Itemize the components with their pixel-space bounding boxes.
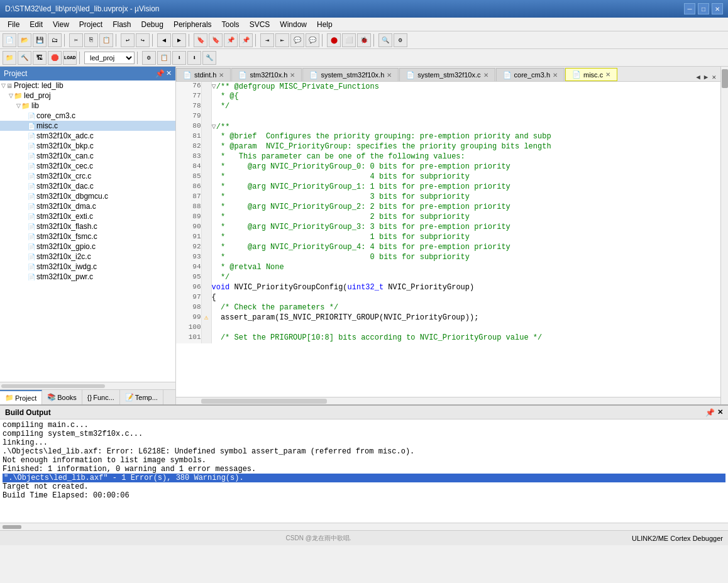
load-btn[interactable]: LOAD <box>63 51 77 65</box>
tree-item-stm32f10x-adc[interactable]: 📄 stm32f10x_adc.c <box>0 131 175 141</box>
bookmark4-btn[interactable]: 📌 <box>239 33 253 47</box>
stdint-tab-close[interactable]: ✕ <box>219 72 224 79</box>
save-all-button[interactable]: 🗂 <box>48 33 62 47</box>
search-btn[interactable]: 🔍 <box>378 33 392 47</box>
line-code[interactable]: * @arg NVIC_PriorityGroup_0: 0 bits for … <box>211 162 720 172</box>
menu-peripherals[interactable]: Peripherals <box>168 19 217 30</box>
line-code[interactable]: * @param NVIC_PriorityGroup: specifies t… <box>211 142 720 152</box>
line-code[interactable]: assert_param(IS_NVIC_PRIORITY_GROUP(NVIC… <box>211 313 720 323</box>
build-h-scroll[interactable] <box>0 523 728 530</box>
line-code[interactable] <box>211 323 720 333</box>
line-code[interactable]: * @brief Configures the priority groupin… <box>211 132 720 142</box>
tree-item-stm32f10x-pwr[interactable]: 📄 stm32f10x_pwr.c <box>0 272 175 282</box>
tree-item-lib[interactable]: ▽ 📁 lib <box>0 101 175 111</box>
tab-funcs[interactable]: {} Func... <box>82 390 120 404</box>
stop-btn[interactable]: ⬜ <box>342 33 356 47</box>
bookmark2-btn[interactable]: 🔖 <box>209 33 223 47</box>
tab-scroll-left[interactable]: ◀ <box>694 73 702 81</box>
project-close-button[interactable]: ✕ <box>166 69 172 78</box>
line-code[interactable]: * @arg NVIC_PriorityGroup_2: 2 bits for … <box>211 203 720 213</box>
menu-project[interactable]: Project <box>74 19 108 30</box>
tree-item-stm32f10x-i2c[interactable]: 📄 stm32f10x_i2c.c <box>0 252 175 262</box>
menu-help[interactable]: Help <box>312 19 338 30</box>
line-code[interactable]: void NVIC_PriorityGroupConfig(uint32_t N… <box>211 283 720 293</box>
run-btn[interactable]: ⬤ <box>327 33 341 47</box>
line-code[interactable]: * @arg NVIC_PriorityGroup_3: 3 bits for … <box>211 223 720 233</box>
bookmark3-btn[interactable]: 📌 <box>224 33 238 47</box>
line-code[interactable]: */ <box>211 273 720 283</box>
tree-item-stm32f10x-bkp[interactable]: 📄 stm32f10x_bkp.c <box>0 141 175 151</box>
build-btn[interactable]: 🔨 <box>18 51 31 65</box>
line-code[interactable]: * @retval None <box>211 263 720 273</box>
tab-system-h[interactable]: 📄 system_stm32f10x.h ✕ <box>302 68 399 81</box>
tab-scroll-right[interactable]: ▶ <box>702 73 710 81</box>
tree-item-stm32f10x-exti[interactable]: 📄 stm32f10x_exti.c <box>0 211 175 221</box>
tree-item-led-proj[interactable]: ▽ 📁 led_proj <box>0 91 175 101</box>
tab-templ[interactable]: 📝 Temp... <box>120 390 163 404</box>
core-cm3-tab-close[interactable]: ✕ <box>553 72 558 79</box>
menu-file[interactable]: File <box>3 19 25 30</box>
code-editor[interactable]: 76▽/** @defgroup MISC_Private_Functions7… <box>176 82 720 397</box>
tree-item-stm32f10x-cec[interactable]: 📄 stm32f10x_cec.c <box>0 161 175 171</box>
indent-btn[interactable]: ⇥ <box>260 33 274 47</box>
line-code[interactable]: * 2 bits for subpriority <box>211 213 720 223</box>
maximize-button[interactable]: □ <box>698 3 709 14</box>
line-code[interactable] <box>211 112 720 122</box>
tree-item-stm32f10x-dbgmcu[interactable]: 📄 stm32f10x_dbgmcu.c <box>0 191 175 201</box>
tree-item-stm32f10x-flash[interactable]: 📄 stm32f10x_flash.c <box>0 221 175 231</box>
debug-btn[interactable]: 🐞 <box>357 33 371 47</box>
system-c-tab-close[interactable]: ✕ <box>483 72 488 79</box>
uncomment-btn[interactable]: 💬 <box>306 33 319 47</box>
menu-svcs[interactable]: SVCS <box>245 19 275 30</box>
line-code[interactable]: * 0 bits for subpriority <box>211 253 720 263</box>
rebuild-btn[interactable]: 🏗 <box>33 51 47 65</box>
new-file-button[interactable]: 📄 <box>3 33 16 47</box>
close-button[interactable]: ✕ <box>712 3 723 14</box>
nav-back-button[interactable]: ◀ <box>157 33 171 47</box>
line-code[interactable]: * @arg NVIC_PriorityGroup_4: 4 bits for … <box>211 243 720 253</box>
stm32f10x-tab-close[interactable]: ✕ <box>290 72 295 79</box>
menu-tools[interactable]: Tools <box>217 19 245 30</box>
line-code[interactable]: /* Check the parameters */ <box>211 303 720 313</box>
line-code[interactable]: * @{ <box>211 92 720 102</box>
tab-core-cm3[interactable]: 📄 core_cm3.h ✕ <box>496 68 565 81</box>
outdent-btn[interactable]: ⇤ <box>275 33 289 47</box>
open-button[interactable]: 📂 <box>18 33 31 47</box>
tab-misc-c[interactable]: 📄 misc.c ✕ <box>565 68 617 81</box>
right-scrollbar[interactable] <box>720 67 728 404</box>
stop-build-btn[interactable]: 🛑 <box>48 51 62 65</box>
tab-stdint[interactable]: 📄 stdint.h ✕ <box>176 68 231 81</box>
tree-item-stm32f10x-can[interactable]: 📄 stm32f10x_can.c <box>0 151 175 161</box>
misc-btn[interactable]: 🔧 <box>202 51 216 65</box>
build-pin-button[interactable]: 📌 <box>705 408 715 417</box>
menu-window[interactable]: Window <box>275 19 312 30</box>
line-code[interactable]: * This parameter can be one of the follo… <box>211 152 720 162</box>
tree-item-stm32f10x-dma[interactable]: 📄 stm32f10x_dma.c <box>0 201 175 211</box>
download-btn[interactable]: ⬇ <box>172 51 186 65</box>
undo-button[interactable]: ↩ <box>121 33 135 47</box>
cut-button[interactable]: ✂ <box>69 33 83 47</box>
tree-item-project-root[interactable]: ▽ 🖥 Project: led_lib <box>0 81 175 91</box>
line-code[interactable]: ▽/** <box>211 122 720 132</box>
system-h-tab-close[interactable]: ✕ <box>387 72 392 79</box>
menu-flash[interactable]: Flash <box>108 19 136 30</box>
manage-btn[interactable]: 📋 <box>157 51 171 65</box>
line-code[interactable]: * 1 bits for subpriority <box>211 233 720 243</box>
tree-item-stm32f10x-gpio[interactable]: 📄 stm32f10x_gpio.c <box>0 242 175 252</box>
line-code[interactable]: { <box>211 293 720 303</box>
tab-system-c[interactable]: 📄 system_stm32f10x.c ✕ <box>399 68 495 81</box>
line-code[interactable]: */ <box>211 102 720 112</box>
line-code[interactable]: * @arg NVIC_PriorityGroup_1: 1 bits for … <box>211 182 720 192</box>
tree-item-misc-c[interactable]: 📄 misc.c <box>0 121 175 131</box>
line-code[interactable]: * 4 bits for subpriority <box>211 172 720 182</box>
line-code[interactable]: /* Set the PRIGROUP[10:8] bits according… <box>211 333 720 343</box>
tab-stm32f10x[interactable]: 📄 stm32f10x.h ✕ <box>231 68 302 81</box>
comment-btn[interactable]: 💬 <box>290 33 304 47</box>
tree-item-core-cm3[interactable]: 📄 core_cm3.c <box>0 111 175 121</box>
bookmark-btn[interactable]: 🔖 <box>194 33 207 47</box>
copy-button[interactable]: ⎘ <box>84 33 98 47</box>
menu-edit[interactable]: Edit <box>25 19 48 30</box>
paste-button[interactable]: 📋 <box>99 33 113 47</box>
menu-view[interactable]: View <box>48 19 74 30</box>
tab-books[interactable]: 📚 Books <box>42 390 82 404</box>
